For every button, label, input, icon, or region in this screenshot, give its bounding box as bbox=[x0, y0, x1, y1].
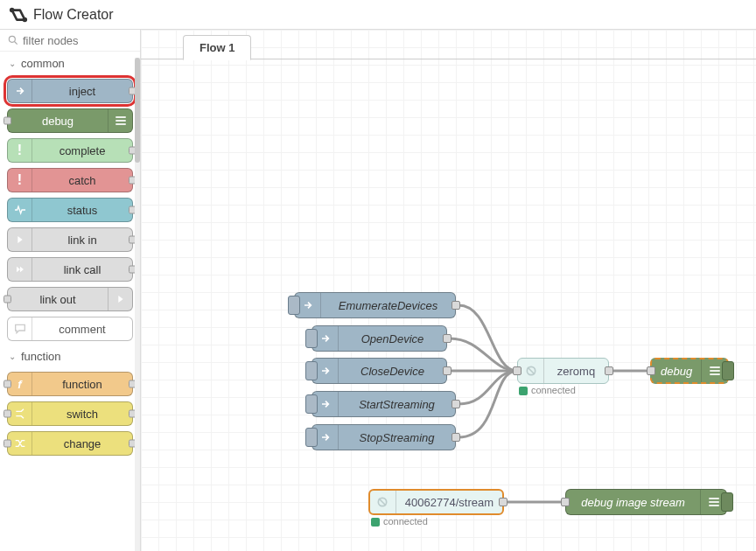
main: ⌄ common inject debug ! complete bbox=[0, 30, 756, 551]
palette-node-status[interactable]: status bbox=[7, 198, 133, 222]
status-text: connected bbox=[383, 516, 428, 527]
node-port[interactable] bbox=[452, 400, 460, 408]
bars-icon bbox=[108, 109, 132, 132]
palette-node-label: function bbox=[32, 378, 132, 391]
shuffle-icon bbox=[8, 432, 32, 455]
node-port[interactable] bbox=[605, 366, 613, 375]
palette-node-label: link out bbox=[8, 293, 108, 306]
sidebar-scrollbar[interactable] bbox=[135, 58, 140, 551]
flow-node-start-streaming[interactable]: StartStreaming bbox=[312, 391, 456, 417]
category-label: common bbox=[21, 57, 65, 70]
palette-node-label: link call bbox=[32, 263, 132, 276]
category-function[interactable]: ⌄ function bbox=[0, 345, 140, 368]
node-label: zeromq bbox=[544, 365, 608, 378]
node-label: OpenDevice bbox=[339, 332, 446, 345]
palette-node-link-in[interactable]: link in bbox=[7, 227, 133, 252]
socket-icon bbox=[518, 359, 544, 383]
link-out-icon bbox=[108, 288, 132, 310]
function-icon: f bbox=[8, 373, 32, 395]
flow-node-open-device[interactable]: OpenDevice bbox=[312, 325, 447, 352]
inject-button[interactable] bbox=[305, 394, 318, 414]
node-port[interactable] bbox=[499, 498, 508, 506]
svg-line-3 bbox=[15, 42, 18, 45]
pulse-icon bbox=[8, 199, 32, 221]
tab-flow-1[interactable]: Flow 1 bbox=[183, 35, 251, 60]
flow-node-zeromq[interactable]: zeromq bbox=[517, 358, 609, 384]
palette-node-label: debug bbox=[8, 115, 108, 128]
palette-node-function[interactable]: f function bbox=[7, 372, 133, 396]
chevron-down-icon: ⌄ bbox=[9, 352, 16, 361]
node-label: StopStreaming bbox=[339, 431, 455, 444]
node-port[interactable] bbox=[513, 366, 522, 375]
filter-input[interactable] bbox=[23, 34, 133, 47]
palette-node-switch[interactable]: switch bbox=[7, 401, 133, 426]
svg-point-1 bbox=[23, 17, 28, 22]
node-port[interactable] bbox=[452, 301, 460, 310]
palette-common: inject debug ! complete ! catch bbox=[0, 75, 140, 345]
node-port[interactable] bbox=[4, 117, 11, 125]
node-port[interactable] bbox=[452, 433, 460, 442]
flow-node-debug[interactable]: debug bbox=[650, 358, 729, 384]
app-title: Flow Creator bbox=[33, 7, 114, 23]
palette-node-link-call[interactable]: link call bbox=[7, 257, 133, 282]
flow-node-enumerate-devices[interactable]: EmumerateDevices bbox=[294, 292, 456, 318]
category-label: function bbox=[21, 350, 61, 363]
node-port[interactable] bbox=[4, 296, 11, 303]
palette-function: f function switch change bbox=[0, 368, 140, 459]
inject-button[interactable] bbox=[305, 361, 318, 380]
scrollbar-thumb[interactable] bbox=[135, 58, 140, 163]
status-dot bbox=[371, 518, 380, 527]
status-dot bbox=[519, 387, 528, 395]
inject-button[interactable] bbox=[288, 296, 300, 315]
palette-node-inject[interactable]: inject bbox=[7, 79, 133, 103]
node-label: StartStreaming bbox=[339, 398, 455, 411]
flow-node-close-device[interactable]: CloseDevice bbox=[312, 358, 447, 384]
palette-node-catch[interactable]: ! catch bbox=[7, 168, 133, 192]
link-call-icon bbox=[8, 258, 32, 281]
app-header: Flow Creator bbox=[0, 0, 756, 30]
tabs: Flow 1 bbox=[183, 35, 251, 60]
arrow-right-icon bbox=[8, 80, 32, 102]
debug-toggle-button[interactable] bbox=[721, 492, 733, 512]
app-logo-icon bbox=[9, 5, 28, 24]
node-port[interactable] bbox=[4, 440, 11, 448]
palette-node-label: switch bbox=[32, 408, 132, 421]
debug-toggle-button[interactable] bbox=[722, 361, 734, 380]
inject-button[interactable] bbox=[305, 428, 318, 447]
node-label: EmumerateDevices bbox=[321, 299, 455, 312]
palette-node-label: link in bbox=[32, 234, 132, 247]
status-text: connected bbox=[531, 385, 576, 395]
palette-node-label: complete bbox=[32, 144, 132, 157]
palette-node-complete[interactable]: ! complete bbox=[7, 138, 133, 163]
node-port[interactable] bbox=[443, 334, 452, 343]
palette-node-label: inject bbox=[32, 85, 132, 98]
palette-node-comment[interactable]: comment bbox=[7, 317, 133, 341]
flow-node-stop-streaming[interactable]: StopStreaming bbox=[312, 424, 456, 450]
filter-bar bbox=[0, 30, 140, 52]
node-port[interactable] bbox=[4, 380, 11, 388]
palette-node-debug[interactable]: debug bbox=[7, 108, 133, 133]
node-label: CloseDevice bbox=[339, 365, 446, 378]
chevron-down-icon: ⌄ bbox=[9, 59, 16, 68]
node-label: debug bbox=[652, 365, 701, 378]
search-icon bbox=[7, 33, 19, 47]
flow-node-debug-image-stream[interactable]: debug image stream bbox=[565, 489, 727, 515]
flow-node-stream[interactable]: 40062774/stream bbox=[368, 489, 504, 515]
node-port[interactable] bbox=[443, 366, 452, 375]
link-in-icon bbox=[8, 228, 32, 251]
palette-node-label: change bbox=[32, 437, 132, 450]
inject-button[interactable] bbox=[305, 329, 318, 348]
palette-node-change[interactable]: change bbox=[7, 431, 133, 456]
canvas[interactable]: Flow 1 EmumerateDevices OpenDevice bbox=[141, 30, 756, 551]
sidebar: ⌄ common inject debug ! complete bbox=[0, 30, 141, 551]
category-common[interactable]: ⌄ common bbox=[0, 52, 140, 75]
node-port[interactable] bbox=[561, 498, 570, 506]
wires bbox=[141, 30, 756, 551]
palette-node-label: status bbox=[32, 204, 132, 217]
node-label: 40062774/stream bbox=[396, 496, 502, 509]
socket-icon bbox=[370, 491, 396, 513]
palette-node-link-out[interactable]: link out bbox=[7, 287, 133, 311]
node-port[interactable] bbox=[4, 410, 11, 418]
speech-icon bbox=[8, 317, 32, 340]
node-port[interactable] bbox=[647, 366, 655, 375]
